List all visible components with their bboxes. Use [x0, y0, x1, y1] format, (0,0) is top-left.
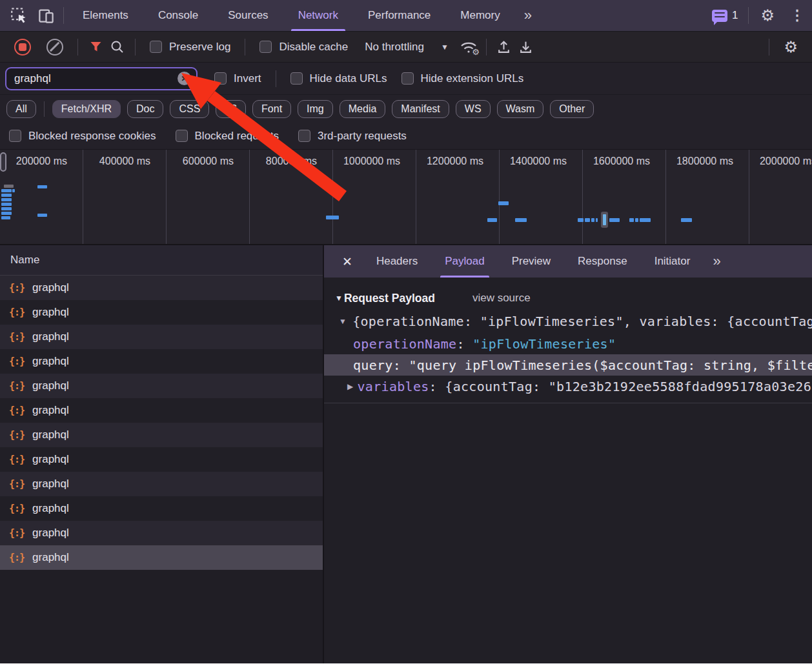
invert-checkbox[interactable]: Invert [214, 72, 261, 85]
request-row[interactable]: {:}graphql [0, 472, 323, 496]
blocked-response-cookies-checkbox[interactable]: Blocked response cookies [9, 130, 156, 143]
request-name: graphql [32, 453, 69, 466]
tab-network[interactable]: Network [283, 0, 353, 31]
request-row[interactable]: {:}graphql [0, 349, 323, 374]
request-row[interactable]: {:}graphql [0, 300, 323, 325]
waterfall-bar [603, 214, 606, 225]
issues-count: 1 [732, 9, 738, 22]
third-party-requests-checkbox[interactable]: 3rd-party requests [298, 130, 407, 143]
more-detail-tabs-icon[interactable]: » [704, 253, 728, 270]
export-har-icon[interactable] [515, 36, 537, 58]
waterfall-bar [591, 218, 594, 222]
request-row[interactable]: {:}graphql [0, 496, 323, 521]
expander-icon[interactable]: ▶ [347, 382, 354, 391]
request-row[interactable]: {:}graphql [0, 521, 323, 545]
request-name: graphql [32, 478, 69, 490]
chip-ws[interactable]: WS [456, 100, 491, 118]
request-payload-section[interactable]: ▼ Request Payload view source [324, 287, 812, 310]
detail-tab-initiator[interactable]: Initiator [641, 245, 704, 278]
network-settings-gear-icon[interactable]: ⚙ [776, 38, 806, 56]
request-row[interactable]: {:}graphql [0, 545, 323, 570]
timeline-label: 1200000 ms [416, 150, 500, 244]
timeline-label: 1000000 ms [333, 150, 416, 244]
network-toolbar: Preserve log Disable cache No throttling… [0, 31, 812, 63]
chip-wasm[interactable]: Wasm [497, 100, 544, 118]
request-name: graphql [32, 551, 69, 564]
waterfall-bar [4, 185, 14, 188]
tab-console[interactable]: Console [143, 0, 213, 31]
chip-js[interactable]: JS [216, 100, 246, 118]
tab-memory[interactable]: Memory [445, 0, 514, 31]
section-title: Request Payload [344, 292, 435, 305]
settings-gear-icon[interactable]: ⚙ [753, 6, 782, 25]
checkbox-box [401, 72, 414, 85]
filter-input[interactable] [14, 72, 178, 85]
timeline-label: 800000 ms [250, 150, 333, 244]
name-column-header[interactable]: Name [0, 245, 323, 276]
chip-all[interactable]: All [6, 100, 36, 118]
device-toolbar-icon[interactable] [32, 0, 59, 31]
issues-button[interactable]: 1 [705, 9, 744, 22]
network-conditions-icon[interactable]: ⚙ [458, 36, 480, 58]
chip-font[interactable]: Font [252, 100, 291, 118]
filter-icon[interactable] [85, 36, 107, 58]
request-row[interactable]: {:}graphql [0, 423, 323, 447]
chip-doc[interactable]: Doc [127, 100, 163, 118]
chip-other[interactable]: Other [550, 100, 594, 118]
throttling-dropdown[interactable]: No throttling ▼ [365, 41, 449, 54]
import-har-icon[interactable] [493, 36, 515, 58]
close-icon[interactable]: ✕ [332, 254, 363, 269]
payload-root-row[interactable]: ▼ {operationName: "ipFlowTimeseries", va… [324, 310, 812, 333]
timeline-scroll-handle[interactable] [0, 152, 6, 172]
request-type-chips: AllFetch/XHRDocCSSJSFontImgMediaManifest… [0, 95, 812, 123]
hide-data-urls-checkbox[interactable]: Hide data URLs [290, 72, 387, 85]
divider [486, 39, 487, 56]
waterfall-bar [498, 201, 509, 205]
network-overview-timeline[interactable]: 200000 ms400000 ms600000 ms800000 ms1000… [0, 150, 812, 245]
request-row[interactable]: {:}graphql [0, 447, 323, 472]
tab-performance[interactable]: Performance [353, 0, 445, 31]
kebab-menu-icon[interactable]: ⋮ [782, 7, 812, 24]
timeline-label: 1600000 ms [583, 150, 666, 244]
checkbox-box [259, 41, 272, 53]
inspect-element-icon[interactable] [5, 0, 32, 31]
detail-tab-response[interactable]: Response [564, 245, 641, 278]
preserve-log-checkbox[interactable]: Preserve log [150, 41, 230, 54]
view-source-link[interactable]: view source [472, 292, 531, 305]
clear-filter-icon[interactable]: ✕ [178, 72, 191, 85]
waterfall-bar [578, 218, 584, 222]
chip-css[interactable]: CSS [170, 100, 209, 118]
expander-icon[interactable]: ▼ [339, 317, 347, 326]
detail-tab-payload[interactable]: Payload [431, 245, 498, 278]
devtools-tabbar: ElementsConsoleSourcesNetworkPerformance… [0, 0, 812, 31]
chip-img[interactable]: Img [298, 100, 333, 118]
fetch-xhr-icon: {:} [9, 282, 25, 294]
record-network-log-button[interactable] [14, 39, 31, 56]
clear-network-log-button[interactable] [46, 39, 63, 56]
more-tabs-icon[interactable]: » [515, 7, 540, 24]
detail-tab-preview[interactable]: Preview [498, 245, 564, 278]
divider [748, 7, 749, 24]
search-icon[interactable] [107, 36, 128, 58]
request-name: graphql [32, 379, 69, 392]
request-row[interactable]: {:}graphql [0, 276, 323, 300]
disable-cache-checkbox[interactable]: Disable cache [259, 41, 348, 54]
waterfall-bar [37, 185, 47, 188]
request-row[interactable]: {:}graphql [0, 374, 323, 398]
request-name: graphql [32, 330, 69, 343]
detail-tab-headers[interactable]: Headers [363, 245, 431, 278]
request-row[interactable]: {:}graphql [0, 398, 323, 423]
checkbox-box [9, 130, 21, 142]
tab-sources[interactable]: Sources [213, 0, 283, 31]
chip-media[interactable]: Media [340, 100, 386, 118]
payload-query-row[interactable]: query: "query ipFlowTimeseries($accountT… [324, 354, 812, 376]
hide-extension-urls-checkbox[interactable]: Hide extension URLs [401, 72, 524, 85]
payload-operation-row[interactable]: operationName: "ipFlowTimeseries" [324, 333, 812, 354]
chip-fetch-xhr[interactable]: Fetch/XHR [52, 100, 121, 118]
request-row[interactable]: {:}graphql [0, 325, 323, 349]
chip-manifest[interactable]: Manifest [392, 100, 449, 118]
tab-elements[interactable]: Elements [68, 0, 143, 31]
payload-variables-row[interactable]: ▶ variables: {accountTag: "b12e3b2192ee5… [324, 376, 812, 397]
waterfall-bar [515, 218, 527, 222]
blocked-requests-checkbox[interactable]: Blocked requests [176, 130, 279, 143]
